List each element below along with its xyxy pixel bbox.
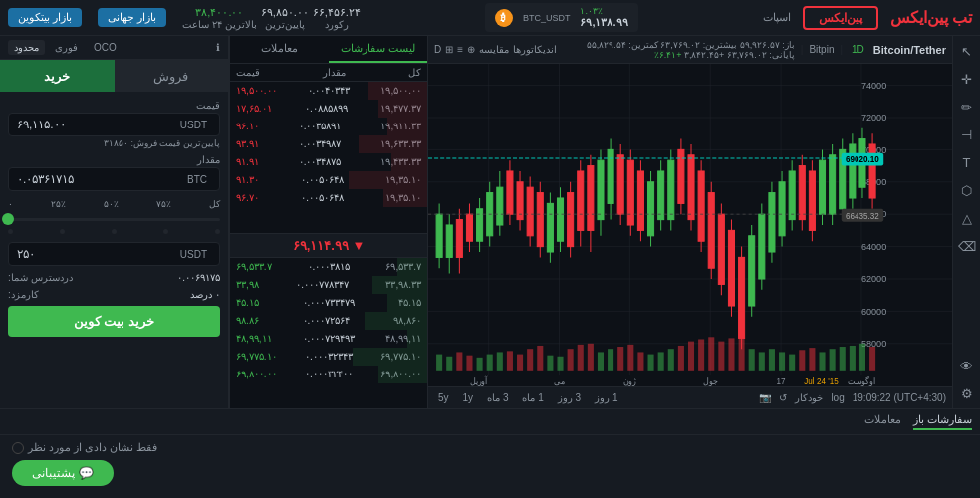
indicators-btn[interactable]: اندیکاتورها: [513, 44, 557, 55]
header-right: ۶۶,۴۵۶.۲۴ رکورد ۶۹,۸۵۰.۰۰ پایین‌ترین ۳۸,…: [8, 6, 361, 30]
ob-buy-amount-1: ۰.۰۰۰۳۸۱۵: [308, 259, 351, 275]
tf-5y[interactable]: 5y: [434, 391, 453, 404]
slider-dots: [8, 229, 220, 234]
pencil-icon[interactable]: ✏: [956, 96, 978, 118]
ob-sell-row: ۱۹,۵۰۰.۰۰ ۰.۰۰۴۰۳۴۳ ۱۹,۵۰۰.۰۰: [230, 82, 427, 100]
chart-high-val: ۶۳,۷۶۹.۰۲: [660, 40, 700, 50]
order-type-oco[interactable]: OCO: [88, 40, 122, 55]
tf-3month[interactable]: 3 ماه: [483, 391, 512, 404]
ob-header: کل مقدار قیمت: [230, 64, 427, 82]
stat-low-val: ۶۹,۸۵۰.۰۰: [261, 6, 309, 19]
order-type-fast[interactable]: فوری: [49, 40, 84, 55]
sell-tab[interactable]: فروش: [115, 60, 229, 92]
ob-buy-row: ۶۹,۸۰۰.۰۰ ۰.۰۰۰۳۲۴۰۰ ۶۹,۸۰۰.۰۰: [230, 366, 427, 383]
svg-rect-161: [869, 347, 875, 371]
ob-buy-price-4: ۹۸.۸۶: [236, 313, 259, 329]
slider-thumb[interactable]: [2, 213, 14, 225]
btc-change: ۱.۰۳٪: [580, 6, 603, 16]
log-btn[interactable]: log: [831, 392, 844, 403]
measure-icon[interactable]: △: [956, 207, 978, 229]
chart-canvas: .grid-line { stroke: #21262d; stroke-wid…: [428, 64, 952, 386]
main-layout: ↖ ✛ ✏ ⊢ T ⬡ △ ⌫ 👁 ⚙ Bitcoin/Tether 1D | …: [0, 36, 980, 408]
total-input[interactable]: [17, 247, 180, 261]
svg-rect-127: [527, 349, 533, 371]
bottom-content: فقط نشان دادی از مورد نظر: [0, 435, 980, 460]
order-panel: ℹ OCO فوری محدود فروش خرید قیمت USDT پای…: [0, 36, 229, 408]
compare-icon[interactable]: ⊕: [467, 44, 475, 55]
ob-sell-amount-2: ۰.۰۸۸۵۸۹۹: [305, 101, 348, 117]
ruler-icon[interactable]: ⊢: [956, 124, 978, 145]
ob-sell-amount-7: ۰.۰۰۵۰۶۴۸: [301, 190, 344, 206]
tf-1day[interactable]: 1 روز: [591, 391, 621, 404]
stat-low-label: پایین‌ترین: [265, 19, 305, 30]
buy-sell-tabs: فروش خرید: [0, 60, 228, 92]
svg-rect-158: [840, 347, 846, 371]
svg-rect-147: [728, 338, 734, 370]
bottom-tab-trades[interactable]: معاملات: [864, 413, 901, 430]
bottom-tab-orders[interactable]: سفارشات باز: [913, 413, 972, 430]
refresh-chart-icon[interactable]: ↺: [779, 392, 787, 403]
svg-rect-136: [617, 347, 623, 371]
camera-icon[interactable]: 📷: [759, 392, 771, 403]
amount-input[interactable]: [17, 172, 187, 186]
shapes-icon[interactable]: ⬡: [956, 179, 978, 201]
svg-rect-119: [446, 357, 452, 371]
slider-label-0: ۰: [8, 199, 13, 209]
ob-mid-price-val: ▼ ۶۹,۱۱۴.۹۹: [293, 238, 366, 253]
svg-rect-133: [588, 344, 594, 371]
chart-D[interactable]: D: [434, 44, 441, 55]
chart-type-candle[interactable]: ⊞: [445, 44, 453, 55]
balance-label: دردسترس شما:: [8, 272, 73, 283]
eraser-icon[interactable]: ⌫: [956, 235, 978, 257]
settings-icon[interactable]: ⚙: [956, 382, 978, 404]
auto-btn[interactable]: خودکار: [795, 392, 823, 403]
chart-close-val: ۶۳,۷۶۹.۰۲: [727, 50, 767, 60]
price-input-wrapper: USDT: [8, 113, 220, 136]
show-only-checkbox[interactable]: [12, 442, 24, 454]
info-icon[interactable]: ℹ: [216, 42, 220, 53]
buy-button[interactable]: خرید بیت کوین: [8, 306, 220, 337]
ob-tabs: لیست سفارشات معاملات: [230, 36, 427, 64]
total-input-wrapper: USDT: [8, 242, 220, 266]
svg-text:می: می: [554, 376, 565, 386]
svg-rect-124: [497, 352, 503, 370]
custom-slider[interactable]: [8, 211, 220, 227]
tf-1y[interactable]: 1y: [459, 391, 478, 404]
svg-rect-135: [608, 349, 613, 371]
crosshair-icon[interactable]: ✛: [956, 68, 978, 90]
ob-buy-price-2: ۳۳,۹۸: [236, 277, 259, 293]
stat-record: ۶۶,۴۵۶.۲۴ رکورد: [313, 6, 361, 30]
svg-rect-121: [466, 356, 472, 371]
ob-sell-amount-3: ۰.۰۰۳۵۸۹۱: [299, 119, 342, 134]
bottom-section: سفارشات باز معاملات فقط نشان دادی از مور…: [0, 408, 980, 498]
ob-tab-orderbook[interactable]: لیست سفارشات: [329, 36, 427, 63]
market-global-button[interactable]: بازار جهانی: [98, 8, 166, 27]
chart-high-label: بیشترین:: [703, 40, 738, 50]
svg-text:جول: جول: [703, 376, 718, 386]
svg-text:69020.10: 69020.10: [846, 154, 879, 164]
support-button[interactable]: 💬 پشتیبانی: [12, 460, 114, 486]
svg-rect-144: [698, 339, 704, 370]
timeframe-1d[interactable]: 1D: [849, 43, 867, 56]
amount-input-wrapper: BTC: [8, 167, 220, 191]
ob-buy-amount-3: ۰.۰۰۰۷۳۳۴۷۹: [303, 295, 356, 311]
ob-sell-rows: ۱۹,۵۰۰.۰۰ ۰.۰۰۴۰۳۴۳ ۱۹,۵۰۰.۰۰ ۱۹,۴۷۷.۳۷ …: [230, 82, 427, 233]
compare-btn[interactable]: مقایسه: [479, 44, 509, 55]
pinex-button[interactable]: پین‌ایکس: [803, 6, 878, 30]
cursor-icon[interactable]: ↖: [956, 40, 978, 62]
market-bitcoin-button[interactable]: بازار بیتکوین: [8, 8, 82, 27]
ob-tab-trades[interactable]: معاملات: [230, 36, 329, 63]
tf-3day[interactable]: 3 روز: [554, 391, 585, 404]
slider-dot-5: [8, 229, 13, 234]
chart-type-bars[interactable]: ≡: [457, 44, 463, 55]
show-only-checkbox-wrapper: فقط نشان دادی از مورد نظر: [12, 441, 157, 454]
order-type-limit[interactable]: محدود: [8, 40, 45, 55]
buy-tab[interactable]: خرید: [0, 60, 115, 92]
svg-rect-118: [436, 355, 442, 371]
eye-icon[interactable]: 👁: [956, 355, 978, 376]
price-input[interactable]: [17, 118, 180, 131]
svg-rect-134: [598, 352, 604, 370]
ob-buy-rows: ۶۹,۵۳۳.۷ ۰.۰۰۰۳۸۱۵ ۶۹,۵۳۳.۷ ۳۳,۹۸.۳۳ ۰.۰…: [230, 258, 427, 409]
tf-1month[interactable]: 1 ماه: [518, 391, 547, 404]
text-icon[interactable]: T: [956, 151, 978, 173]
